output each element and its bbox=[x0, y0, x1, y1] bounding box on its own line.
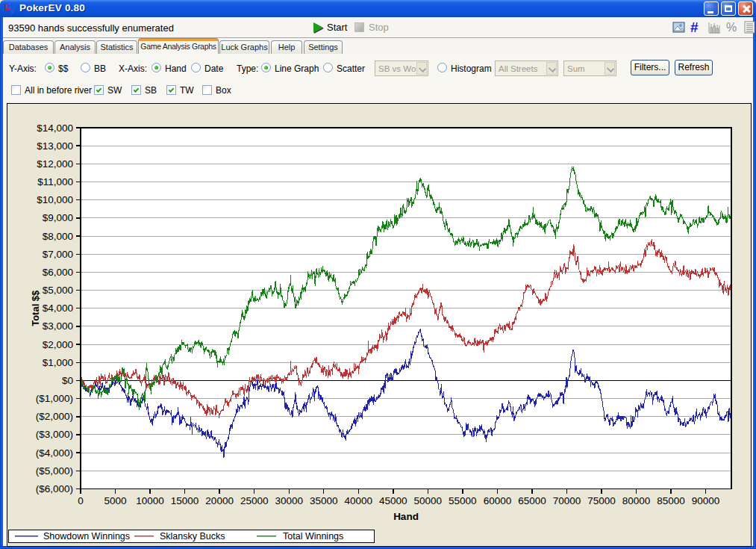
type-scatter-label: Scatter bbox=[337, 63, 365, 74]
aggregate-combo-value: Sum bbox=[567, 64, 604, 73]
svg-text:#: # bbox=[690, 21, 699, 34]
status-bar: 93590 hands successfully enumerated Star… bbox=[3, 17, 753, 38]
x-tick-label: 0 bbox=[78, 495, 84, 506]
legend-label: Showdown Winnings bbox=[43, 531, 130, 542]
y-bb-label: BB bbox=[94, 63, 106, 74]
checkbox-box[interactable] bbox=[202, 85, 212, 95]
x-tick-label: 75000 bbox=[587, 495, 616, 506]
y-axis-title: Total $$ bbox=[30, 290, 41, 326]
series-filter-row: All in before river SW SB TW Box bbox=[3, 82, 753, 99]
y-tick-label: $14,000 bbox=[37, 122, 73, 134]
stop-label: Stop bbox=[369, 22, 389, 33]
minimize-button[interactable] bbox=[704, 1, 719, 16]
x-date-label: Date bbox=[204, 63, 223, 74]
check-icon bbox=[96, 87, 102, 93]
x-axis-label: X-Axis: bbox=[119, 63, 147, 74]
maximize-icon bbox=[725, 5, 732, 12]
sb-label: SB bbox=[145, 85, 157, 96]
x-tick-label: 60000 bbox=[484, 495, 512, 506]
x-tick-label: 80000 bbox=[622, 495, 651, 506]
histogram-icon[interactable] bbox=[708, 21, 721, 34]
x-tick-label: 90000 bbox=[692, 495, 720, 506]
sw-label: SW bbox=[107, 85, 122, 96]
tab-databases[interactable]: Databases bbox=[3, 40, 54, 54]
filters-button[interactable]: Filters... bbox=[631, 60, 669, 75]
y-tick-label: $3,000 bbox=[43, 320, 73, 332]
number-sign-icon[interactable]: # bbox=[690, 21, 703, 34]
y-tick-label: $5,000 bbox=[43, 285, 73, 296]
radio-x-hand[interactable] bbox=[151, 63, 161, 72]
x-tick-label: 30000 bbox=[275, 495, 303, 506]
type-histogram-label: Histogram bbox=[451, 63, 492, 74]
radio-type-line-graph[interactable] bbox=[261, 63, 271, 72]
close-button[interactable] bbox=[738, 1, 753, 16]
refresh-button[interactable]: Refresh bbox=[675, 60, 713, 75]
checkbox-tw[interactable] bbox=[166, 85, 176, 95]
scatter-combo[interactable]: SB vs Wo bbox=[375, 61, 428, 76]
y-tick-label: $9,000 bbox=[43, 212, 73, 223]
streets-combo[interactable]: All Streets bbox=[495, 61, 558, 76]
y-tick-label: $7,000 bbox=[43, 249, 73, 260]
y-tick-label: ($2,000) bbox=[36, 411, 73, 422]
play-icon bbox=[313, 22, 323, 33]
x-tick-label: 55000 bbox=[449, 495, 477, 506]
start-label: Start bbox=[327, 22, 347, 33]
image-icon[interactable] bbox=[672, 21, 685, 34]
app-window: E V PokerEV 0.80 93590 hands successfull… bbox=[0, 0, 756, 549]
y-tick-label: ($5,000) bbox=[36, 465, 73, 477]
x-tick-label: 70000 bbox=[553, 495, 581, 506]
tab-luck-graphs[interactable]: Luck Graphs bbox=[219, 40, 269, 54]
type-line-graph-label: Line Graph bbox=[275, 63, 319, 74]
y-tick-label: $6,000 bbox=[43, 267, 73, 278]
checkbox-all-in-before-river[interactable] bbox=[11, 85, 21, 95]
x-tick-label: 40000 bbox=[344, 495, 372, 506]
chevron-down-icon bbox=[546, 62, 557, 75]
radio-type-scatter[interactable] bbox=[323, 63, 333, 72]
radio-y-bb[interactable] bbox=[81, 63, 90, 72]
y-tick-label: ($6,000) bbox=[36, 483, 73, 494]
radio-y-dollars[interactable] bbox=[45, 63, 54, 72]
check-icon bbox=[134, 87, 140, 93]
y-dollars-label: $$ bbox=[58, 63, 68, 74]
x-tick-label: 85000 bbox=[657, 495, 685, 506]
y-tick-label: $0 bbox=[62, 375, 73, 386]
app-icon: E V bbox=[4, 2, 16, 14]
radio-type-histogram[interactable] bbox=[437, 63, 447, 72]
tab-statistics[interactable]: Statistics bbox=[96, 40, 137, 54]
percent-icon[interactable]: % bbox=[726, 21, 739, 34]
type-label: Type: bbox=[237, 63, 258, 74]
check-icon bbox=[169, 87, 175, 93]
axis-type-row: Y-Axis: $$ BB X-Axis: Hand Date Type: Li… bbox=[3, 60, 753, 76]
box-label: Box bbox=[216, 85, 231, 96]
legend-label: Sklansky Bucks bbox=[160, 531, 225, 542]
x-tick-label: 25000 bbox=[240, 495, 269, 506]
y-tick-label: $4,000 bbox=[43, 303, 73, 314]
maximize-button[interactable] bbox=[721, 1, 736, 16]
all-in-before-river-label: All in before river bbox=[25, 85, 92, 96]
y-tick-label: $1,000 bbox=[43, 357, 73, 368]
tab-analysis[interactable]: Analysis bbox=[54, 40, 96, 54]
x-tick-label: 20000 bbox=[205, 495, 234, 506]
checkbox-sw[interactable] bbox=[94, 85, 104, 95]
scatter-combo-value: SB vs Wo bbox=[378, 64, 416, 73]
window-title: PokerEV 0.80 bbox=[19, 2, 85, 13]
chevron-down-icon bbox=[416, 62, 427, 75]
toolbar-icons: # % bbox=[672, 19, 756, 36]
y-tick-label: $10,000 bbox=[37, 194, 73, 205]
y-tick-label: $2,000 bbox=[43, 339, 73, 350]
line-chart: $14,000$13,000$12,000$11,000$10,000$9,00… bbox=[7, 104, 751, 546]
y-tick-label: ($3,000) bbox=[36, 429, 73, 440]
aggregate-combo[interactable]: Sum bbox=[563, 61, 616, 76]
tab-game-analysis-graphs[interactable]: Game Analysis Graphs bbox=[138, 38, 219, 54]
tab-settings[interactable]: Settings bbox=[304, 40, 343, 54]
streets-combo-value: All Streets bbox=[499, 64, 546, 73]
tab-help[interactable]: Help bbox=[271, 40, 302, 54]
document-icon[interactable] bbox=[743, 21, 756, 34]
x-tick-label: 45000 bbox=[379, 495, 407, 506]
x-tick-label: 5000 bbox=[104, 495, 127, 506]
checkbox-sb[interactable] bbox=[131, 85, 141, 95]
y-tick-label: ($4,000) bbox=[36, 447, 73, 459]
window-border-right bbox=[753, 17, 756, 549]
minimize-icon bbox=[707, 11, 713, 13]
radio-x-date[interactable] bbox=[191, 63, 201, 72]
